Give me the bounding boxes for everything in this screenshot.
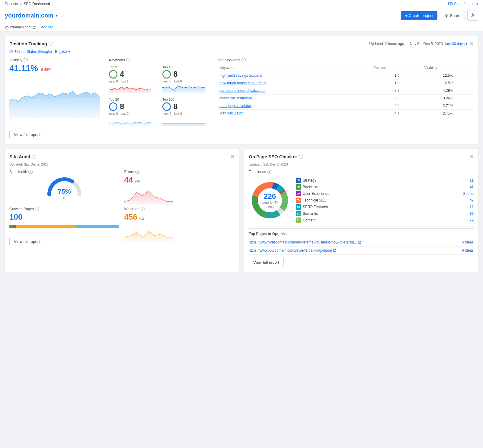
position-tracking-close-icon[interactable]: ✕: [470, 41, 474, 47]
visibility-value: 41.11%: [9, 63, 38, 73]
setup-link[interactable]: Set up: [463, 192, 474, 196]
warnings-chart: [124, 224, 235, 233]
top100-value: 8: [173, 102, 178, 111]
legend-label: Technical SEO: [303, 198, 327, 202]
cp-orange-segment: [16, 225, 75, 228]
visibility-info-icon[interactable]: i: [24, 58, 28, 62]
page-url-link[interactable]: https://wwwyourdomain.com/reviews/bankin…: [249, 248, 459, 253]
legend-color-dot: Te: [296, 198, 301, 203]
legend-left: Ux User Experience: [296, 191, 330, 196]
total-ideas-label-row: Total ideas i: [249, 170, 474, 174]
location-flag-icon: [9, 50, 14, 54]
errors-info-icon[interactable]: i: [135, 170, 139, 174]
on-page-seo-updated: Updated: Sat, Dec 2, 2023: [249, 163, 474, 166]
site-audit-card: Site Audit i ✕ Updated: Sat, Dec 2, 2023…: [4, 149, 239, 272]
legend-item: St Strategy 11: [296, 177, 474, 184]
legend-color-dot: St: [296, 178, 301, 183]
svg-point-1: [446, 15, 447, 17]
legend-label: Backlinks: [303, 185, 318, 189]
visibility-cell: 4.29%: [422, 87, 474, 95]
table-row: high yield savings account 1 0 12.5%: [218, 72, 474, 79]
site-audit-view-report[interactable]: View full report: [9, 237, 44, 246]
on-page-seo-close-icon[interactable]: ✕: [470, 154, 474, 160]
position-tracking-header: Position Tracking i Updated: 2 hours ago…: [9, 41, 474, 47]
visibility-cell: 2.71%: [422, 102, 474, 110]
breadcrumb-projects[interactable]: Projects: [5, 2, 18, 6]
domain-dropdown-icon[interactable]: ▾: [56, 14, 58, 18]
top-pages-label: Top Pages to Optimize: [249, 228, 474, 236]
position-tracking-view-report[interactable]: View full report: [9, 130, 44, 139]
legend-item: Ux User Experience Set up: [296, 190, 474, 197]
date-range-text: Nov 6 – Dec 5, 2023: [410, 42, 443, 46]
location-row[interactable]: United States (Google) · English ▾: [9, 50, 474, 54]
warnings-info-icon[interactable]: i: [141, 207, 145, 211]
keywords-info-icon[interactable]: i: [126, 58, 130, 62]
errors-chart: [124, 186, 235, 195]
on-page-seo-info-icon[interactable]: i: [299, 155, 303, 159]
ops-chart-row: 226 ideas for 47 pages St Strategy 11 Ba…: [249, 177, 474, 224]
site-audit-title: Site Audit: [9, 154, 30, 159]
legend-item: Ba Backlinks 47: [296, 184, 474, 190]
add-tag-button[interactable]: + Add tag: [38, 25, 53, 29]
legend-label: Content: [303, 218, 315, 222]
visibility-label: Visibility i: [9, 58, 103, 62]
domain-right: + Create project Share: [401, 11, 478, 21]
visibility-change: -8.48%: [40, 68, 51, 72]
gauge-wrap: 75% +5: [9, 176, 120, 200]
legend-color-dot: Ux: [296, 191, 301, 196]
crawled-pages-bar: [9, 225, 120, 228]
legend-label: Strategy: [303, 178, 316, 182]
errors-label: Errors i: [124, 170, 235, 174]
keyword-cell[interactable]: high yield savings account: [218, 72, 372, 79]
keyword-cell[interactable]: how much house can i afford: [218, 79, 372, 87]
position-cell: 4 0: [372, 102, 423, 110]
site-health-change: +5: [62, 196, 66, 200]
col-visibility: Visibility: [422, 65, 474, 72]
errors-section: Errors i 44 -34: [124, 170, 235, 202]
crawled-value: 100: [9, 212, 22, 221]
svg-rect-3: [10, 50, 13, 53]
send-feedback-button[interactable]: Send feedback: [448, 2, 478, 6]
position-cell: 4 1: [372, 110, 423, 117]
create-project-button[interactable]: + Create project: [401, 11, 437, 20]
position-tracking-card: Position Tracking i Updated: 2 hours ago…: [4, 36, 479, 144]
settings-button[interactable]: [467, 11, 478, 21]
position-tracking-info-icon[interactable]: i: [49, 42, 53, 46]
top100-box: Top 100 8 new 0 lost 0: [162, 98, 212, 126]
external-link-icon: [358, 241, 361, 244]
page-ideas-count[interactable]: 6 ideas: [462, 248, 474, 253]
keyword-cell[interactable]: loan calculator: [218, 110, 372, 117]
page-url-link[interactable]: https://www.yourdomain.com/article/small…: [249, 240, 459, 244]
total-ideas-info-icon[interactable]: i: [267, 170, 271, 174]
legend-color-dot: Se: [296, 211, 301, 216]
site-audit-close-icon[interactable]: ✕: [230, 154, 234, 160]
visibility-cell: 12.5%: [422, 72, 474, 79]
gauge-value: 75%: [46, 188, 82, 195]
warnings-label: Warnings i: [124, 207, 235, 211]
domain-left: yourdomain.com ▾ ☆: [5, 12, 64, 19]
keyword-cell[interactable]: compound interest calculator: [218, 87, 372, 95]
position-cell: 1 0: [372, 72, 423, 79]
page-ideas-count[interactable]: 4 ideas: [462, 240, 474, 244]
keyword-cell[interactable]: mortgage calculator: [218, 102, 372, 110]
favorite-icon[interactable]: ☆: [60, 13, 64, 18]
top3-value: 4: [120, 69, 124, 79]
top3-box: Top 3 4 new 0 lost 1: [109, 65, 158, 93]
keyword-cell[interactable]: cheap car insurance: [218, 95, 372, 102]
period-selector[interactable]: last 30 days ▾: [445, 42, 467, 46]
table-row: how much house can i afford 1 0 12.5%: [218, 79, 474, 87]
site-health-info-icon[interactable]: i: [28, 170, 33, 174]
top-keywords-info-icon[interactable]: i: [242, 58, 246, 62]
legend-left: Co Content: [296, 218, 315, 223]
domain-link[interactable]: yourdomain.com: [5, 25, 36, 29]
domain-name[interactable]: yourdomain.com: [5, 12, 53, 19]
donut-chart: 226 ideas for 47 pages: [249, 179, 291, 221]
site-audit-info-icon[interactable]: i: [32, 155, 36, 159]
position-tracking-meta: Updated: 2 hours ago | Nov 6 – Dec 5, 20…: [369, 41, 474, 47]
crawled-info-icon[interactable]: i: [35, 207, 39, 211]
breadcrumb: Projects > SEO Dashboard: [5, 2, 50, 6]
keywords-grid: Top 3 4 new 0 lost 1: [109, 65, 212, 126]
on-page-seo-view-report[interactable]: View full report: [249, 258, 284, 267]
top100-chart: [162, 117, 212, 126]
share-button[interactable]: Share: [440, 11, 465, 20]
